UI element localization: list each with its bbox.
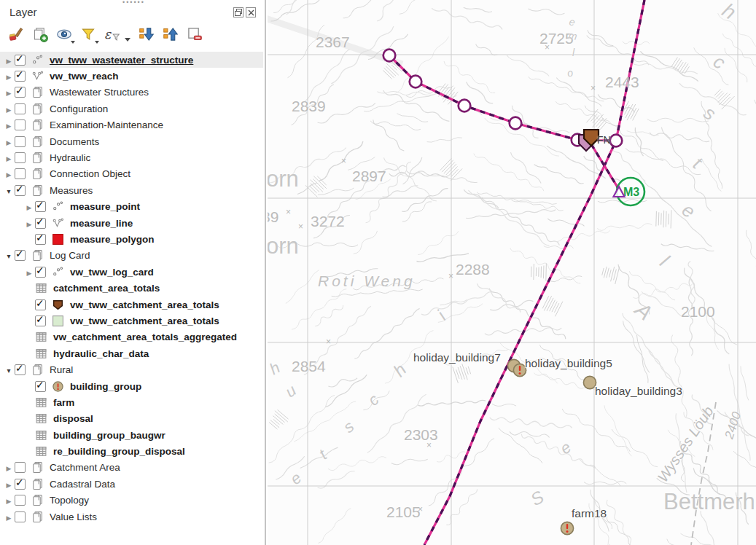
- layer-visibility-checkbox[interactable]: ✓: [15, 55, 26, 66]
- layer-visibility-checkbox[interactable]: ✓: [35, 267, 46, 278]
- layer-tree-item[interactable]: ▶Documents: [0, 133, 263, 149]
- layer-tree-item[interactable]: ▶✓vw_tww_reach: [0, 68, 263, 84]
- layer-styling-button[interactable]: [7, 27, 25, 44]
- layer-tree-item[interactable]: ▶Connection Object: [0, 166, 263, 182]
- expander-collapsed-icon[interactable]: ▶: [3, 495, 15, 506]
- layer-tree-item[interactable]: re_building_group_disposal: [0, 443, 263, 459]
- layer-tree-item[interactable]: ▶Topology: [0, 493, 263, 509]
- group-layer-icon: [31, 461, 44, 474]
- layer-tree-item[interactable]: hydraulic_char_data: [0, 345, 263, 361]
- layer-tree-item[interactable]: ▾✓Measures: [0, 182, 263, 198]
- layer-tree-item[interactable]: ▾✓Rural: [0, 361, 263, 377]
- group-layer-icon: [31, 119, 44, 131]
- layer-tree-item[interactable]: ▶✓vw_tww_wastewater_structure: [0, 52, 263, 68]
- expander-collapsed-icon[interactable]: ▶: [23, 218, 35, 229]
- layer-tree-item[interactable]: ▶✓vw_tww_log_card: [0, 264, 263, 280]
- layer-tree-item[interactable]: ▶✓measure_line: [0, 215, 263, 231]
- expander-collapsed-icon[interactable]: ▶: [3, 462, 15, 473]
- hiking-trail: [691, 402, 716, 545]
- layer-tree-item[interactable]: ✓vw_tww_catchment_area_totals: [0, 297, 263, 313]
- layer-visibility-checkbox[interactable]: ✓: [15, 479, 26, 490]
- add-group-icon: [32, 26, 48, 45]
- expand-all-button[interactable]: [138, 27, 155, 44]
- wastewater-node[interactable]: [383, 50, 396, 62]
- chevron-down-icon[interactable]: [125, 38, 130, 42]
- layer-visibility-checkbox[interactable]: ✓: [35, 381, 46, 392]
- building-group-point[interactable]: [513, 364, 526, 376]
- layer-tree-item[interactable]: ✓measure_polygon: [0, 231, 263, 247]
- layer-tree-item[interactable]: ✓building_group: [0, 378, 263, 394]
- layer-tree-item[interactable]: farm: [0, 394, 263, 410]
- wastewater-node[interactable]: [410, 76, 422, 88]
- layer-tree-item[interactable]: vw_catchment_area_totals_aggregated: [0, 329, 263, 345]
- layer-visibility-checkbox[interactable]: ✓: [35, 315, 46, 326]
- layer-tree-item[interactable]: ▶Configuration: [0, 101, 263, 117]
- layer-visibility-checkbox[interactable]: ✓: [35, 201, 46, 212]
- expander-collapsed-icon[interactable]: ▶: [3, 119, 15, 130]
- layer-visibility-checkbox[interactable]: ✓: [15, 71, 26, 82]
- layer-visibility-checkbox[interactable]: [15, 136, 26, 147]
- expander-collapsed-icon[interactable]: ▶: [23, 267, 35, 278]
- expander-collapsed-icon[interactable]: ▶: [3, 479, 15, 490]
- expander-expanded-icon[interactable]: ▾: [3, 185, 15, 196]
- layer-tree-item[interactable]: ✓vw_tww_catchment_area_totals: [0, 313, 263, 329]
- map-themes-button[interactable]: [55, 27, 73, 44]
- layer-tree-item[interactable]: catchment_area_totals: [0, 280, 263, 296]
- expander-collapsed-icon[interactable]: ▶: [3, 55, 15, 66]
- layer-tree-item[interactable]: ▾✓Log Card: [0, 248, 263, 264]
- expander-collapsed-icon[interactable]: ▶: [3, 168, 15, 179]
- layer-visibility-checkbox[interactable]: ✓: [15, 87, 26, 98]
- map-canvas[interactable]: M3 2367283927252443289732722288285423032…: [268, 0, 756, 545]
- expander-expanded-icon[interactable]: ▾: [3, 250, 15, 261]
- layer-name: Hydraulic: [50, 152, 90, 163]
- wastewater-node[interactable]: [610, 135, 623, 147]
- group-layer-icon: [31, 364, 44, 376]
- close-button[interactable]: [246, 7, 256, 17]
- filter-legend-button[interactable]: [79, 27, 97, 44]
- dock-handle[interactable]: ••••••: [122, 1, 152, 4]
- layer-visibility-checkbox[interactable]: ✓: [15, 185, 26, 196]
- layer-tree-item[interactable]: ▶✓Cadastral Data: [0, 476, 263, 492]
- building-layer-icon: [52, 380, 65, 393]
- layer-tree-item[interactable]: ▶✓measure_point: [0, 199, 263, 215]
- layer-tree-item[interactable]: ▶Catchment Area: [0, 460, 263, 476]
- layer-visibility-checkbox[interactable]: [15, 103, 26, 114]
- wastewater-node[interactable]: [459, 100, 471, 112]
- table-layer-icon: [35, 282, 48, 294]
- float-panel-button[interactable]: [233, 7, 243, 17]
- layer-tree-item[interactable]: ▶Value Lists: [0, 509, 263, 525]
- layer-tree-item[interactable]: ▶Hydraulic: [0, 149, 263, 165]
- wastewater-node[interactable]: [510, 117, 522, 130]
- filter-expression-button[interactable]: ε: [104, 27, 121, 44]
- layer-visibility-checkbox[interactable]: ✓: [35, 299, 46, 310]
- remove-layer-button[interactable]: [186, 27, 203, 44]
- expander-collapsed-icon[interactable]: ▶: [3, 103, 15, 114]
- layer-visibility-checkbox[interactable]: ✓: [35, 218, 46, 229]
- layer-tree-item[interactable]: disposal: [0, 411, 263, 427]
- expander-collapsed-icon[interactable]: ▶: [3, 511, 15, 522]
- building-group-point[interactable]: [583, 376, 596, 388]
- layer-tree-item[interactable]: building_group_baugwr: [0, 427, 263, 443]
- layer-tree-item[interactable]: ▶✓Wastewater Structures: [0, 85, 263, 101]
- layer-visibility-checkbox[interactable]: ✓: [35, 234, 46, 245]
- layer-visibility-checkbox[interactable]: [15, 462, 26, 473]
- layer-visibility-checkbox[interactable]: [15, 495, 26, 506]
- group-layer-icon: [31, 511, 44, 523]
- layer-visibility-checkbox[interactable]: [15, 119, 26, 130]
- building-group-point[interactable]: [561, 522, 573, 534]
- layer-visibility-checkbox[interactable]: ✓: [15, 364, 26, 375]
- layer-visibility-checkbox[interactable]: [15, 152, 26, 163]
- expander-expanded-icon[interactable]: ▾: [3, 364, 15, 375]
- layer-visibility-checkbox[interactable]: ✓: [15, 250, 26, 261]
- expander-collapsed-icon[interactable]: ▶: [3, 152, 15, 163]
- catchment-area-marker[interactable]: [579, 130, 599, 151]
- layer-visibility-checkbox[interactable]: [15, 511, 26, 522]
- expander-collapsed-icon[interactable]: ▶: [3, 136, 15, 147]
- expander-collapsed-icon[interactable]: ▶: [23, 201, 35, 212]
- expander-collapsed-icon[interactable]: ▶: [3, 71, 15, 82]
- layer-visibility-checkbox[interactable]: [15, 168, 26, 179]
- collapse-all-button[interactable]: [162, 27, 179, 44]
- expander-collapsed-icon[interactable]: ▶: [3, 87, 15, 98]
- layer-tree-item[interactable]: ▶Examination-Maintenance: [0, 117, 263, 133]
- add-group-button[interactable]: [31, 27, 49, 44]
